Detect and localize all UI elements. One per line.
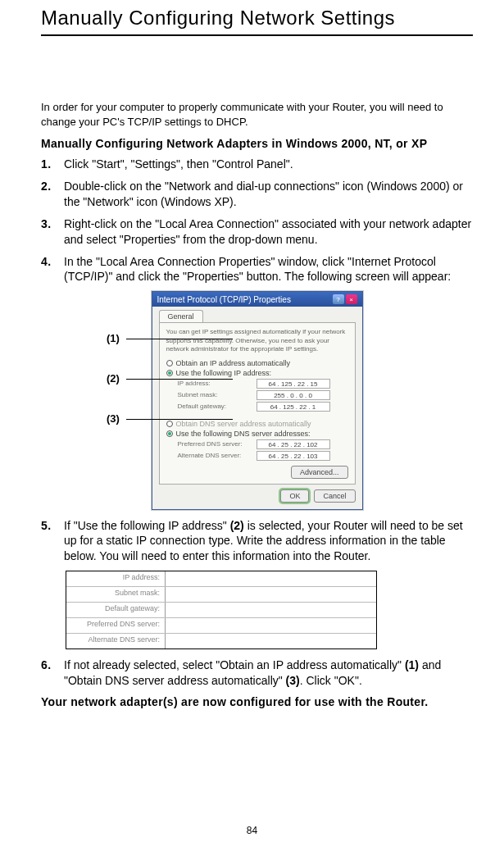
ip-address-input[interactable]: 64 . 125 . 22 . 15 bbox=[257, 379, 330, 389]
preferred-dns-input[interactable]: 64 . 25 . 22 . 102 bbox=[257, 439, 330, 449]
radio-use-following-dns[interactable] bbox=[166, 430, 173, 437]
step-6: 6. If not already selected, select "Obta… bbox=[41, 658, 473, 689]
step-number: 5. bbox=[41, 518, 64, 565]
form-blank bbox=[165, 618, 376, 633]
subnet-mask-input[interactable]: 255 . 0 . 0 . 0 bbox=[257, 390, 330, 400]
step-text: Right-click on the "Local Area Connectio… bbox=[64, 216, 473, 248]
callout-1: (1) bbox=[107, 332, 120, 344]
step-5: 5. If "Use the following IP address" (2)… bbox=[41, 518, 473, 565]
step-1: 1. Click "Start", "Settings", then "Cont… bbox=[41, 157, 473, 172]
tab-general[interactable]: General bbox=[159, 310, 203, 322]
radio-label: Use the following DNS server addresses: bbox=[176, 430, 311, 438]
radio-use-following-ip[interactable] bbox=[166, 370, 173, 376]
callout-3: (3) bbox=[107, 412, 120, 425]
step-4: 4. In the "Local Area Connection Propert… bbox=[41, 254, 473, 285]
form-label-pdns: Preferred DNS server: bbox=[66, 618, 165, 633]
step-number: 3. bbox=[41, 216, 64, 248]
radio-obtain-dns-auto[interactable] bbox=[166, 421, 173, 427]
step-number: 2. bbox=[41, 179, 64, 210]
form-blank bbox=[165, 634, 376, 648]
close-icon[interactable]: × bbox=[346, 294, 357, 304]
step-2: 2. Double-click on the "Network and dial… bbox=[41, 179, 473, 210]
tcpip-properties-dialog: Internet Protocol (TCP/IP) Properties ? … bbox=[152, 291, 363, 509]
form-blank bbox=[165, 587, 376, 602]
address-info-table: IP address: Subnet mask: Default gateway… bbox=[66, 571, 377, 649]
form-label-gateway: Default gateway: bbox=[66, 603, 165, 617]
dialog-title: Internet Protocol (TCP/IP) Properties bbox=[157, 295, 291, 304]
form-blank bbox=[165, 603, 376, 617]
ok-button[interactable]: OK bbox=[280, 489, 309, 503]
preferred-dns-label: Preferred DNS server: bbox=[178, 440, 252, 448]
intro-text: In order for your computer to properly c… bbox=[41, 100, 473, 129]
page-title: Manually Configuring Network Settings bbox=[41, 0, 473, 36]
form-blank bbox=[165, 571, 376, 586]
closing-statement: Your network adapter(s) are now configur… bbox=[41, 695, 473, 708]
radio-label: Obtain an IP address automatically bbox=[176, 359, 290, 367]
step-number: 1. bbox=[41, 157, 64, 172]
callout-2: (2) bbox=[107, 372, 120, 385]
dialog-description: You can get IP settings assigned automat… bbox=[166, 328, 348, 353]
alternate-dns-input[interactable]: 64 . 25 . 22 . 103 bbox=[257, 451, 330, 461]
section-subheading: Manually Configuring Network Adapters in… bbox=[41, 137, 473, 150]
form-label-adns: Alternate DNS server: bbox=[66, 634, 165, 648]
ip-address-label: IP address: bbox=[178, 380, 252, 387]
step-text: If not already selected, select "Obtain … bbox=[64, 658, 473, 689]
subnet-mask-label: Subnet mask: bbox=[178, 391, 252, 398]
default-gateway-input[interactable]: 64 . 125 . 22 . 1 bbox=[257, 402, 330, 412]
radio-label: Use the following IP address: bbox=[176, 369, 271, 377]
step-text: In the "Local Area Connection Properties… bbox=[64, 254, 473, 285]
form-label-ip: IP address: bbox=[66, 571, 165, 586]
radio-label: Obtain DNS server address automatically bbox=[176, 420, 311, 428]
step-3: 3. Right-click on the "Local Area Connec… bbox=[41, 216, 473, 248]
step-number: 4. bbox=[41, 254, 64, 285]
advanced-button[interactable]: Advanced... bbox=[291, 466, 348, 479]
page-number: 84 bbox=[0, 825, 504, 836]
step-text: If "Use the following IP address" (2) is… bbox=[64, 518, 473, 565]
form-label-subnet: Subnet mask: bbox=[66, 587, 165, 602]
alternate-dns-label: Alternate DNS server: bbox=[178, 452, 252, 459]
radio-obtain-ip-auto[interactable] bbox=[166, 360, 173, 366]
step-text: Click "Start", "Settings", then "Control… bbox=[64, 157, 473, 172]
step-number: 6. bbox=[41, 658, 64, 689]
cancel-button[interactable]: Cancel bbox=[314, 489, 355, 503]
help-icon[interactable]: ? bbox=[333, 294, 344, 304]
default-gateway-label: Default gateway: bbox=[178, 403, 252, 410]
step-text: Double-click on the "Network and dial-up… bbox=[64, 179, 473, 210]
